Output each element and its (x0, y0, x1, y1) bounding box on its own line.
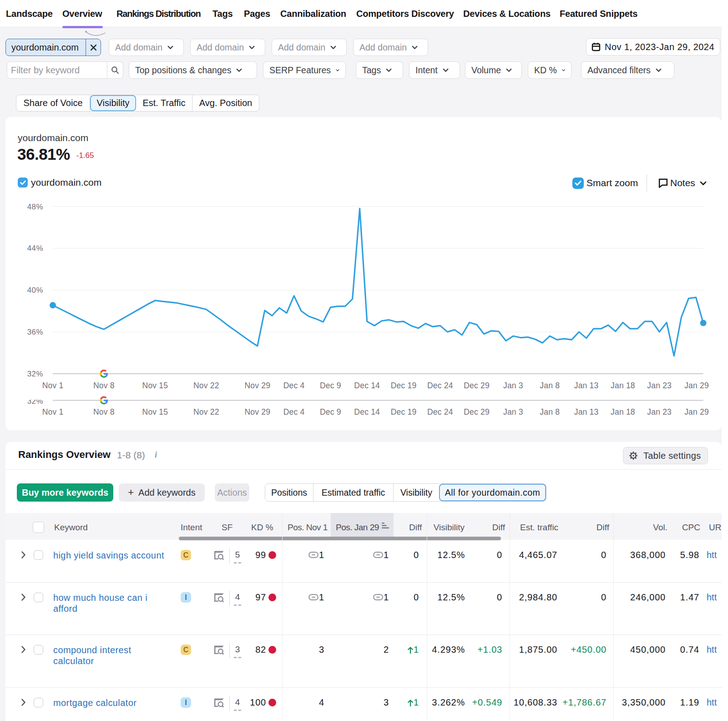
svg-text:Nov 8: Nov 8 (93, 407, 115, 416)
svg-text:Dec 9: Dec 9 (320, 407, 341, 416)
svg-text:Jan 3: Jan 3 (503, 407, 523, 416)
svg-text:32%: 32% (27, 370, 43, 378)
svg-text:Jan 8: Jan 8 (540, 407, 560, 416)
svg-text:Nov 8: Nov 8 (93, 381, 115, 390)
svg-text:Nov 22: Nov 22 (193, 381, 219, 390)
svg-text:Jan 18: Jan 18 (611, 407, 635, 416)
svg-text:48%: 48% (27, 203, 43, 211)
svg-text:Jan 13: Jan 13 (574, 381, 599, 390)
svg-text:44%: 44% (27, 244, 43, 253)
svg-text:Jan 13: Jan 13 (574, 407, 599, 416)
svg-text:36%: 36% (27, 328, 43, 336)
svg-text:Jan 23: Jan 23 (647, 407, 672, 416)
svg-text:Jan 29: Jan 29 (684, 407, 709, 416)
svg-text:Jan 3: Jan 3 (503, 381, 523, 390)
svg-text:Dec 9: Dec 9 (320, 381, 341, 390)
svg-text:Dec 24: Dec 24 (427, 381, 453, 390)
svg-text:Dec 14: Dec 14 (354, 407, 380, 416)
svg-text:Dec 4: Dec 4 (283, 407, 305, 416)
svg-text:Dec 14: Dec 14 (354, 381, 380, 390)
svg-text:Jan 18: Jan 18 (611, 381, 635, 390)
svg-text:Nov 15: Nov 15 (142, 407, 168, 416)
svg-text:Nov 29: Nov 29 (244, 381, 270, 390)
svg-text:Nov 1: Nov 1 (42, 381, 64, 390)
svg-text:Nov 29: Nov 29 (244, 407, 270, 416)
svg-text:Dec 19: Dec 19 (391, 407, 417, 416)
svg-text:Nov 22: Nov 22 (193, 407, 219, 416)
svg-text:Dec 19: Dec 19 (391, 381, 417, 390)
svg-text:Dec 4: Dec 4 (283, 381, 305, 390)
svg-text:Jan 29: Jan 29 (684, 381, 709, 390)
svg-text:Dec 29: Dec 29 (464, 407, 490, 416)
svg-text:Nov 15: Nov 15 (142, 381, 168, 390)
svg-text:Nov 1: Nov 1 (42, 407, 64, 416)
svg-text:40%: 40% (27, 286, 43, 294)
svg-text:Jan 8: Jan 8 (540, 381, 560, 390)
svg-text:Dec 29: Dec 29 (464, 381, 490, 390)
svg-text:Jan 23: Jan 23 (647, 381, 672, 390)
svg-text:Dec 24: Dec 24 (427, 407, 453, 416)
